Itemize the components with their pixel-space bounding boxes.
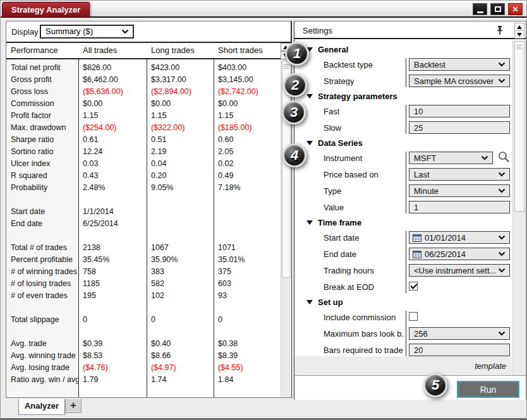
setting-label: Maximum bars look b... bbox=[324, 329, 404, 339]
row-value-long: ($322.00) bbox=[147, 122, 214, 134]
row-value-all: 0 bbox=[78, 314, 147, 326]
performance-table: PerformanceAll tradesLong tradesShort tr… bbox=[6, 42, 291, 397]
row-label: Percent profitable bbox=[6, 254, 78, 266]
row-value-all: 1185 bbox=[78, 278, 147, 290]
break-at-eod-checkbox[interactable] bbox=[409, 282, 418, 291]
column-header-all-trades[interactable]: All trades bbox=[78, 43, 147, 58]
setting-label: Break at EOD bbox=[324, 282, 374, 292]
table-row-spacer[interactable] bbox=[6, 194, 281, 206]
row-label: Max. drawdown bbox=[6, 122, 78, 134]
table-row-avg-losing-trade[interactable]: Avg. losing trade($4.76)($4.97)($4.55) bbox=[6, 362, 281, 374]
row-value-long: 383 bbox=[147, 266, 214, 278]
section-header-set-up[interactable]: Set up bbox=[294, 295, 512, 309]
settings-scrollbar[interactable] bbox=[512, 40, 525, 375]
add-tab-button[interactable]: + bbox=[65, 399, 82, 413]
table-row-sortino-ratio[interactable]: Sortino ratio12.242.192.05 bbox=[6, 146, 281, 158]
table-row-gross-loss[interactable]: Gross loss($5,636.00)($2,894.00)($2,742.… bbox=[6, 86, 281, 98]
calendar-icon bbox=[413, 250, 421, 260]
section-header-general[interactable]: General bbox=[294, 42, 512, 56]
table-row-spacer[interactable] bbox=[6, 302, 281, 314]
table-row-probability[interactable]: Probability2.48%9.05%7.18% bbox=[6, 182, 281, 194]
column-header-performance[interactable]: Performance bbox=[6, 43, 78, 58]
window-title: Strategy Analyzer bbox=[11, 5, 80, 15]
table-row-total-of-trades[interactable]: Total # of trades213810671071 bbox=[6, 242, 281, 254]
template-strip: template bbox=[294, 356, 512, 375]
row-label: End date bbox=[6, 218, 78, 230]
section-header-time-frame[interactable]: Time frame bbox=[294, 215, 512, 229]
column-header-short-trades[interactable]: Short trades bbox=[214, 43, 281, 58]
row-value-all: ($4.76) bbox=[78, 362, 147, 374]
close-button[interactable]: ✕ bbox=[508, 3, 523, 15]
table-row-max-drawdown[interactable]: Max. drawdown($254.00)($322.00)($185.00) bbox=[6, 122, 281, 134]
template-link[interactable]: template bbox=[475, 361, 506, 371]
table-row-of-winning-trades[interactable]: # of winning trades758383375 bbox=[6, 266, 281, 278]
fast-input[interactable]: 10 bbox=[409, 105, 510, 117]
type-select[interactable]: Minute bbox=[409, 184, 510, 197]
row-value-all: 1.15 bbox=[78, 110, 147, 122]
chevron-down-icon bbox=[498, 172, 506, 177]
table-row-r-squared[interactable]: R squared0.430.200.49 bbox=[6, 170, 281, 182]
price-based-on-select[interactable]: Last bbox=[409, 168, 510, 181]
chevron-down-icon bbox=[498, 188, 506, 193]
row-value-short: ($4.55) bbox=[214, 362, 281, 374]
pin-icon[interactable] bbox=[497, 25, 503, 38]
minimize-button[interactable] bbox=[473, 3, 487, 15]
section-header-strategy-parameters[interactable]: Strategy parameters bbox=[294, 89, 512, 103]
maximum-bars-look-b-select[interactable]: 256 bbox=[409, 327, 510, 340]
section-header-data-series[interactable]: Data Series bbox=[294, 136, 512, 150]
table-row-total-net-profit[interactable]: Total net profit$826.00$423.00$403.00 bbox=[6, 62, 281, 74]
table-row-ratio-avg-win-avg-loss[interactable]: Ratio avg. win / avg. loss1.791.741.84 bbox=[6, 374, 281, 386]
scrollbar-thumb[interactable] bbox=[514, 41, 524, 212]
control-value: 256 bbox=[414, 328, 428, 339]
setting-row-price-based-on: Price based onLast bbox=[294, 166, 512, 183]
setting-label: Value bbox=[324, 203, 344, 212]
include-commission-checkbox[interactable] bbox=[409, 312, 418, 321]
bars-required-to-trade-input[interactable]: 20 bbox=[409, 344, 510, 356]
table-row-end-date[interactable]: End date6/25/2014 bbox=[6, 218, 281, 230]
trading-hours-select[interactable]: <Use instrument sett... bbox=[409, 264, 510, 277]
slow-input[interactable]: 25 bbox=[409, 121, 510, 134]
row-value-long bbox=[147, 230, 214, 242]
setting-row-break-at-eod: Break at EOD bbox=[294, 279, 512, 295]
table-row-gross-profit[interactable]: Gross profit$6,462.00$3,317.00$3,145.00 bbox=[6, 74, 281, 86]
table-row-avg-winning-trade[interactable]: Avg. winning trade$8.53$8.66$8.39 bbox=[6, 350, 281, 362]
start-date-select[interactable]: 01/01/2014 bbox=[409, 231, 510, 244]
scroll-down-button[interactable] bbox=[514, 30, 524, 39]
display-select[interactable]: Summary ($) bbox=[40, 25, 134, 39]
row-value-short: 1071 bbox=[214, 242, 281, 254]
table-row-percent-profitable[interactable]: Percent profitable35.45%35.90%35.01% bbox=[6, 254, 281, 266]
table-row-commission[interactable]: Commission$0.00$0.00$0.00 bbox=[6, 98, 281, 110]
table-row-spacer[interactable] bbox=[6, 230, 281, 242]
row-value-all: $8.53 bbox=[78, 350, 147, 362]
instrument-search-icon[interactable] bbox=[498, 151, 511, 164]
table-row-sharpe-ratio[interactable]: Sharpe ratio0.610.510.60 bbox=[6, 134, 281, 146]
table-row-spacer[interactable] bbox=[6, 326, 281, 338]
setting-label: Type bbox=[324, 186, 341, 196]
row-value-short bbox=[214, 206, 281, 218]
table-row-start-date[interactable]: Start date1/1/2014 bbox=[6, 206, 281, 218]
end-date-select[interactable]: 06/25/2014 bbox=[409, 248, 510, 260]
window-title-tab[interactable]: Strategy Analyzer bbox=[2, 2, 90, 17]
tab-analyzer[interactable]: Analyzer bbox=[18, 399, 65, 415]
value-input[interactable]: 1 bbox=[409, 201, 510, 213]
row-label: Avg. losing trade bbox=[6, 362, 78, 374]
row-value-long: $8.66 bbox=[147, 350, 214, 362]
column-header-long-trades[interactable]: Long trades bbox=[147, 43, 214, 58]
backtest-type-select[interactable]: Backtest bbox=[409, 58, 510, 71]
table-row-of-losing-trades[interactable]: # of losing trades1185582603 bbox=[6, 278, 281, 290]
table-scrollbar[interactable] bbox=[281, 43, 291, 397]
table-row-profit-factor[interactable]: Profit factor1.151.151.15 bbox=[6, 110, 281, 122]
row-value-short bbox=[214, 302, 281, 314]
row-value-short bbox=[214, 230, 281, 242]
table-row-ulcer-index[interactable]: Ulcer index0.030.040.02 bbox=[6, 158, 281, 170]
table-row-total-slippage[interactable]: Total slippage000 bbox=[6, 314, 281, 326]
table-row-of-even-trades[interactable]: # of even trades19510293 bbox=[6, 290, 281, 302]
collapse-triangle-icon bbox=[306, 300, 313, 304]
instrument-select[interactable]: MSFT bbox=[409, 152, 493, 164]
row-value-all: 0.03 bbox=[78, 158, 147, 170]
strategy-select[interactable]: Sample MA crossover bbox=[409, 75, 510, 87]
run-button[interactable]: Run bbox=[457, 381, 519, 398]
table-row-avg-trade[interactable]: Avg. trade$0.39$0.40$0.38 bbox=[6, 338, 281, 350]
setting-row-strategy: StrategySample MA crossover bbox=[294, 73, 512, 89]
maximize-button[interactable] bbox=[490, 3, 505, 15]
